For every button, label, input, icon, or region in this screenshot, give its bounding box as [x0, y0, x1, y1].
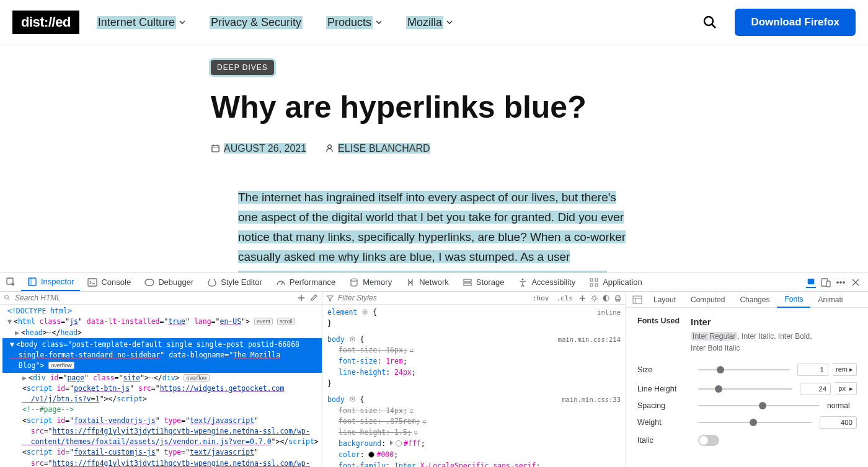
svg-point-6 [328, 144, 332, 148]
nav-products[interactable]: Products [326, 16, 383, 29]
download-firefox-button[interactable]: Download Firefox [735, 9, 856, 36]
site-logo[interactable]: dist://ed [12, 11, 79, 34]
calendar-icon [211, 144, 220, 153]
svg-line-1 [712, 24, 715, 28]
article-author[interactable]: ELISE BLANCHARD [325, 143, 430, 154]
page-viewport: dist://ed Internet Culture Privacy & Sec… [0, 0, 868, 273]
article-body: The internet has ingrained itself into e… [238, 188, 630, 273]
nav-internet-culture[interactable]: Internet Culture [97, 16, 186, 29]
search-icon[interactable] [702, 15, 717, 30]
main-nav: Internet Culture Privacy & Security Prod… [97, 16, 453, 29]
article-date: AUGUST 26, 2021 [211, 143, 306, 154]
chevron-down-icon [179, 19, 186, 26]
category-badge[interactable]: DEEP DIVES [211, 60, 274, 75]
site-header: dist://ed Internet Culture Privacy & Sec… [0, 0, 868, 45]
nav-mozilla[interactable]: Mozilla [406, 16, 453, 29]
person-icon [325, 144, 334, 153]
article-title: Why are hyperlinks blue? [211, 90, 657, 126]
svg-rect-2 [212, 145, 219, 151]
chevron-down-icon [446, 19, 453, 26]
svg-point-0 [704, 17, 713, 25]
article-meta: AUGUST 26, 2021 ELISE BLANCHARD [211, 143, 657, 154]
article: DEEP DIVES Why are hyperlinks blue? AUGU… [198, 60, 670, 273]
nav-privacy[interactable]: Privacy & Security [210, 16, 303, 29]
chevron-down-icon [375, 19, 383, 26]
